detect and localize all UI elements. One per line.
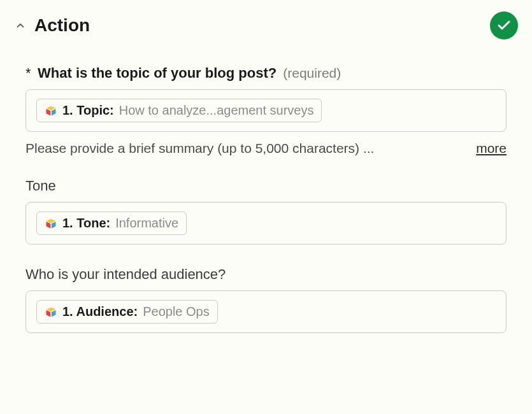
chevron-up-icon[interactable] bbox=[14, 19, 27, 32]
airtable-icon bbox=[45, 104, 57, 117]
field-group-topic: * What is the topic of your blog post? (… bbox=[14, 65, 518, 156]
chip-label: 1. Tone: bbox=[62, 216, 110, 231]
chip-audience[interactable]: 1. Audience: People Ops bbox=[36, 300, 218, 324]
chip-value: How to analyze...agement surveys bbox=[119, 103, 314, 118]
svg-marker-5 bbox=[52, 222, 56, 228]
more-link[interactable]: more bbox=[476, 141, 507, 156]
airtable-icon bbox=[45, 217, 57, 230]
chip-tone[interactable]: 1. Tone: Informative bbox=[36, 211, 187, 235]
helper-row: Please provide a brief summary (up to 5,… bbox=[25, 141, 507, 156]
chip-value: People Ops bbox=[143, 304, 210, 319]
field-group-audience: Who is your intended audience? 1. Audien… bbox=[14, 266, 518, 333]
label-row: * What is the topic of your blog post? (… bbox=[25, 65, 507, 82]
header-left: Action bbox=[14, 15, 90, 36]
label-tone: Tone bbox=[25, 178, 507, 194]
chip-label: 1. Audience: bbox=[62, 304, 138, 319]
label-topic: * What is the topic of your blog post? bbox=[25, 65, 277, 82]
label-text: What is the topic of your blog post? bbox=[38, 65, 277, 81]
label-audience: Who is your intended audience? bbox=[25, 266, 507, 283]
helper-text: Please provide a brief summary (up to 5,… bbox=[25, 141, 374, 156]
svg-marker-7 bbox=[47, 310, 51, 317]
status-success-icon bbox=[490, 11, 518, 39]
field-group-tone: Tone 1. Tone: Informative bbox=[14, 178, 518, 245]
svg-marker-4 bbox=[47, 222, 51, 228]
section-title: Action bbox=[34, 15, 90, 36]
topic-input[interactable]: 1. Topic: How to analyze...agement surve… bbox=[25, 89, 507, 132]
required-hint: (required) bbox=[283, 66, 341, 81]
svg-marker-8 bbox=[52, 310, 56, 317]
tone-input[interactable]: 1. Tone: Informative bbox=[25, 202, 507, 245]
chip-label: 1. Topic: bbox=[62, 103, 114, 118]
chip-topic[interactable]: 1. Topic: How to analyze...agement surve… bbox=[36, 99, 322, 122]
svg-marker-2 bbox=[52, 109, 56, 115]
svg-marker-1 bbox=[47, 109, 51, 115]
chip-value: Informative bbox=[115, 216, 178, 231]
airtable-icon bbox=[45, 306, 57, 318]
section-header: Action bbox=[14, 11, 518, 39]
required-asterisk: * bbox=[25, 65, 31, 81]
audience-input[interactable]: 1. Audience: People Ops bbox=[25, 290, 507, 333]
